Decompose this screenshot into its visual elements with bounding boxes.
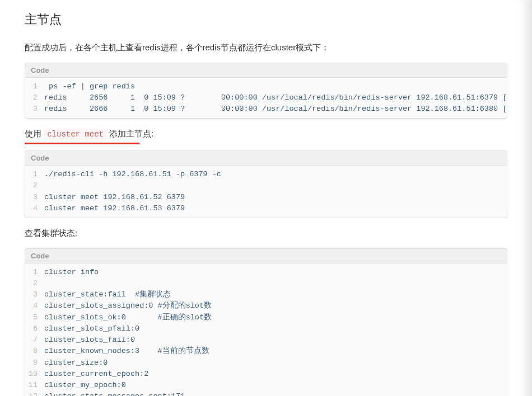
code-area[interactable]: 1./redis-cli -h 192.168.61.51 -p 6379 -c…: [25, 166, 507, 218]
section-heading: 主节点: [25, 11, 507, 28]
code-scroll-area[interactable]: 1 ps -ef | grep redis2redis 2656 1 0 15:…: [25, 78, 507, 119]
paragraph-cluster-meet: 使用 cluster meet 添加主节点:: [25, 126, 507, 142]
code-area[interactable]: 1cluster info23cluster_state:fail #集群状态4…: [25, 263, 507, 396]
code-content[interactable]: 1 ps -ef | grep redis2redis 2656 1 0 15:…: [25, 78, 507, 119]
code-block-ps: Code 1 ps -ef | grep redis2redis 2656 1 …: [25, 63, 507, 119]
code-content[interactable]: 1./redis-cli -h 192.168.61.51 -p 6379 -c…: [25, 166, 507, 218]
code-label: Code: [25, 151, 507, 166]
paragraph-cluster-status: 查看集群状态:: [25, 226, 507, 241]
text-suffix: 添加主节点:: [107, 129, 153, 138]
code-label: Code: [25, 249, 507, 263]
inline-code-cluster-meet: cluster meet: [44, 129, 107, 140]
code-block-info: Code 1cluster info23cluster_state:fail #…: [25, 248, 507, 396]
paragraph-intro: 配置成功后，在各个主机上查看redis进程，各个redis节点都运行在clust…: [25, 40, 507, 55]
text-prefix: 使用: [25, 129, 44, 138]
code-block-meet: Code 1./redis-cli -h 192.168.61.51 -p 63…: [25, 150, 507, 218]
code-content[interactable]: 1cluster info23cluster_state:fail #集群状态4…: [25, 263, 507, 396]
red-underline-annotation: [25, 143, 139, 144]
code-label: Code: [25, 63, 507, 78]
article-body: 主节点 配置成功后，在各个主机上查看redis进程，各个redis节点都运行在c…: [0, 0, 532, 396]
